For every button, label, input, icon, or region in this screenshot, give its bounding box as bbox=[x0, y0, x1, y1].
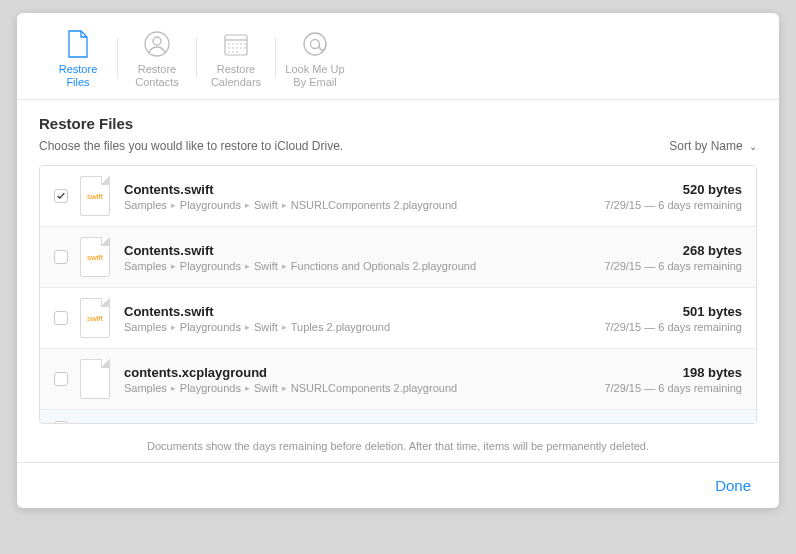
svg-point-12 bbox=[244, 43, 246, 45]
tab-restore-calendars[interactable]: RestoreCalendars bbox=[197, 28, 275, 89]
file-meta: 501 bytes7/29/15 — 6 days remaining bbox=[604, 304, 742, 333]
breadcrumb-sep-icon: ▸ bbox=[245, 383, 250, 393]
file-size: 501 bytes bbox=[604, 304, 742, 319]
file-expiry: 7/29/15 — 6 days remaining bbox=[604, 321, 742, 333]
content-area: Restore Files Choose the files you would… bbox=[17, 100, 779, 462]
tab-label: RestoreFiles bbox=[59, 63, 98, 89]
svg-point-14 bbox=[232, 47, 234, 49]
contact-icon bbox=[143, 28, 171, 60]
file-checkbox[interactable] bbox=[54, 372, 68, 386]
file-type-icon: swift bbox=[80, 237, 110, 277]
file-name: Contents.swift bbox=[124, 182, 604, 197]
list-footer: Select AllRestore File bbox=[40, 410, 756, 424]
check-icon bbox=[56, 191, 66, 201]
file-row[interactable]: contents.xcplaygroundSamples▸Playgrounds… bbox=[40, 349, 756, 410]
tab-restore-contacts[interactable]: RestoreContacts bbox=[118, 28, 196, 89]
file-name: Contents.swift bbox=[124, 304, 604, 319]
file-size: 520 bytes bbox=[604, 182, 742, 197]
file-checkbox[interactable] bbox=[54, 189, 68, 203]
file-path: Samples▸Playgrounds▸Swift▸Tuples 2.playg… bbox=[124, 321, 604, 333]
breadcrumb-sep-icon: ▸ bbox=[245, 322, 250, 332]
tab-lookup-email[interactable]: Look Me UpBy Email bbox=[276, 28, 354, 89]
tab-label: Look Me UpBy Email bbox=[285, 63, 344, 89]
done-button[interactable]: Done bbox=[715, 477, 751, 494]
file-meta: 520 bytes7/29/15 — 6 days remaining bbox=[604, 182, 742, 211]
breadcrumb-sep-icon: ▸ bbox=[282, 200, 287, 210]
tab-label: RestoreCalendars bbox=[211, 63, 261, 89]
svg-point-9 bbox=[232, 43, 234, 45]
file-meta: 198 bytes7/29/15 — 6 days remaining bbox=[604, 365, 742, 394]
tab-label: RestoreContacts bbox=[135, 63, 178, 89]
file-name: Contents.swift bbox=[124, 243, 604, 258]
file-expiry: 7/29/15 — 6 days remaining bbox=[604, 199, 742, 211]
select-all-button[interactable]: Select All bbox=[80, 420, 133, 424]
tabbar: RestoreFiles RestoreContacts bbox=[17, 13, 779, 100]
at-icon bbox=[301, 28, 329, 60]
modal-footer: Done bbox=[17, 462, 779, 508]
file-info: contents.xcplaygroundSamples▸Playgrounds… bbox=[124, 365, 604, 394]
restore-files-modal: RestoreFiles RestoreContacts bbox=[17, 13, 779, 508]
breadcrumb-sep-icon: ▸ bbox=[282, 322, 287, 332]
file-ext-badge: swift bbox=[87, 253, 103, 262]
file-expiry: 7/29/15 — 6 days remaining bbox=[604, 260, 742, 272]
sort-label: Sort by Name bbox=[669, 139, 742, 153]
svg-point-11 bbox=[240, 43, 242, 45]
breadcrumb-sep-icon: ▸ bbox=[171, 200, 176, 210]
calendar-icon bbox=[223, 28, 249, 60]
breadcrumb-sep-icon: ▸ bbox=[171, 261, 176, 271]
svg-point-15 bbox=[236, 47, 238, 49]
page-title: Restore Files bbox=[39, 115, 757, 132]
svg-point-8 bbox=[228, 43, 230, 45]
file-info: Contents.swiftSamples▸Playgrounds▸Swift▸… bbox=[124, 182, 604, 211]
breadcrumb-sep-icon: ▸ bbox=[171, 322, 176, 332]
restore-file-button[interactable]: Restore File bbox=[672, 420, 742, 424]
file-type-icon bbox=[80, 359, 110, 399]
svg-point-16 bbox=[240, 47, 242, 49]
page-subtitle: Choose the files you would like to resto… bbox=[39, 139, 343, 153]
file-path: Samples▸Playgrounds▸Swift▸Functions and … bbox=[124, 260, 604, 272]
svg-point-22 bbox=[311, 40, 320, 49]
breadcrumb-sep-icon: ▸ bbox=[245, 200, 250, 210]
svg-point-18 bbox=[228, 51, 230, 53]
file-list: swiftContents.swiftSamples▸Playgrounds▸S… bbox=[39, 165, 757, 424]
svg-point-21 bbox=[304, 33, 326, 55]
deletion-note: Documents show the days remaining before… bbox=[39, 440, 757, 452]
tab-restore-files[interactable]: RestoreFiles bbox=[39, 28, 117, 89]
svg-point-13 bbox=[228, 47, 230, 49]
file-row[interactable]: swiftContents.swiftSamples▸Playgrounds▸S… bbox=[40, 227, 756, 288]
file-type-icon: swift bbox=[80, 298, 110, 338]
svg-point-19 bbox=[232, 51, 234, 53]
file-name: contents.xcplayground bbox=[124, 365, 604, 380]
svg-point-20 bbox=[236, 51, 238, 53]
svg-point-1 bbox=[153, 37, 161, 45]
file-type-icon: swift bbox=[80, 176, 110, 216]
file-checkbox[interactable] bbox=[54, 250, 68, 264]
file-checkbox[interactable] bbox=[54, 311, 68, 325]
file-row[interactable]: swiftContents.swiftSamples▸Playgrounds▸S… bbox=[40, 166, 756, 227]
file-size: 198 bytes bbox=[604, 365, 742, 380]
file-info: Contents.swiftSamples▸Playgrounds▸Swift▸… bbox=[124, 304, 604, 333]
svg-point-10 bbox=[236, 43, 238, 45]
breadcrumb-sep-icon: ▸ bbox=[245, 261, 250, 271]
breadcrumb-sep-icon: ▸ bbox=[282, 383, 287, 393]
file-row[interactable]: swiftContents.swiftSamples▸Playgrounds▸S… bbox=[40, 288, 756, 349]
chevron-down-icon: ⌄ bbox=[749, 141, 757, 152]
breadcrumb-sep-icon: ▸ bbox=[282, 261, 287, 271]
file-meta: 268 bytes7/29/15 — 6 days remaining bbox=[604, 243, 742, 272]
file-size: 268 bytes bbox=[604, 243, 742, 258]
file-path: Samples▸Playgrounds▸Swift▸NSURLComponent… bbox=[124, 199, 604, 211]
file-info: Contents.swiftSamples▸Playgrounds▸Swift▸… bbox=[124, 243, 604, 272]
file-ext-badge: swift bbox=[87, 192, 103, 201]
svg-point-17 bbox=[244, 47, 246, 49]
file-icon bbox=[67, 28, 89, 60]
file-path: Samples▸Playgrounds▸Swift▸NSURLComponent… bbox=[124, 382, 604, 394]
breadcrumb-sep-icon: ▸ bbox=[171, 383, 176, 393]
file-expiry: 7/29/15 — 6 days remaining bbox=[604, 382, 742, 394]
select-all-checkbox[interactable] bbox=[54, 421, 68, 424]
sort-by-dropdown[interactable]: Sort by Name ⌄ bbox=[669, 139, 757, 153]
file-ext-badge: swift bbox=[87, 314, 103, 323]
